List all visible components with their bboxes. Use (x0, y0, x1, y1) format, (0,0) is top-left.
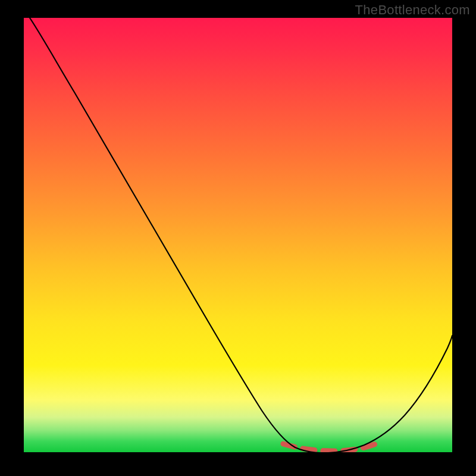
watermark-text: TheBottleneck.com (355, 2, 470, 18)
bottleneck-curve (24, 18, 452, 452)
curve-line (30, 18, 452, 452)
optimal-region-dots (283, 443, 377, 451)
chart-canvas: TheBottleneck.com (0, 0, 476, 476)
plot-area (24, 18, 452, 452)
